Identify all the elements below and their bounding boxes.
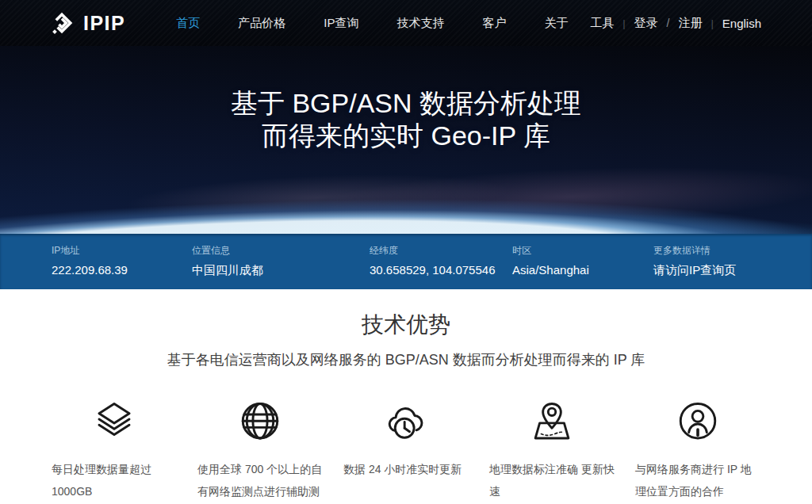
info-label: 位置信息: [192, 244, 370, 258]
language-link[interactable]: English: [722, 17, 761, 30]
timezone-value: Asia/Shanghai: [512, 263, 653, 277]
feature-caption: 使用全球 700 个以上的自有网络监测点进行辅助测量: [197, 458, 323, 504]
map-pin-icon: [489, 399, 615, 449]
nav-item-ip-lookup[interactable]: IP查询: [324, 16, 358, 31]
user-circle-icon: [635, 399, 760, 449]
feature-caption: 与网络服务商进行 IP 地理位置方面的合作: [635, 458, 760, 502]
section-subtitle: 基于各电信运营商以及网络服务的 BGP/ASN 数据而分析处理而得来的 IP 库: [0, 350, 812, 369]
feature-isp-cooperation: 与网络服务商进行 IP 地理位置方面的合作: [635, 399, 760, 504]
info-label: 经纬度: [370, 244, 512, 258]
ip-address-value: 222.209.68.39: [52, 263, 192, 277]
main-nav: 首页 产品价格 IP查询 技术支持 客户 关于: [157, 16, 587, 31]
feature-realtime-update: 数据 24 小时准实时更新: [343, 399, 469, 504]
info-col-timezone: 时区 Asia/Shanghai: [512, 244, 653, 289]
hero-banner: 基于 BGP/ASN 数据分析处理 而得来的实时 Geo-IP 库: [0, 46, 812, 234]
info-label: 更多数据详情: [653, 244, 736, 258]
ip-query-page-link[interactable]: 请访问IP查询页: [653, 263, 736, 278]
feature-caption: 数据 24 小时准实时更新: [343, 458, 469, 480]
feature-daily-volume: 每日处理数据量超过 1000GB: [52, 399, 177, 504]
top-navbar: IPIP 首页 产品价格 IP查询 技术支持 客户 关于 工具 | 登录 / 注…: [0, 0, 812, 46]
hero-title-line1: 基于 BGP/ASN 数据分析处理: [0, 87, 812, 120]
nav-item-customers[interactable]: 客户: [482, 16, 506, 31]
feature-caption: 地理数据标注准确 更新快速: [489, 458, 615, 502]
info-col-more: 更多数据详情 请访问IP查询页: [653, 244, 736, 289]
ipip-knot-icon: [48, 9, 76, 37]
coordinates-value: 30.658529, 104.075546: [370, 263, 512, 277]
nav-right-group: 工具 | 登录 / 注册 | English: [590, 16, 761, 31]
brand-name: IPIP: [83, 12, 125, 35]
separator: |: [622, 17, 625, 29]
layers-icon: [52, 399, 177, 449]
hero-title: 基于 BGP/ASN 数据分析处理 而得来的实时 Geo-IP 库: [0, 46, 812, 152]
feature-accurate-geodata: 地理数据标注准确 更新快速: [489, 399, 615, 504]
separator: |: [710, 17, 713, 29]
globe-icon: [197, 399, 323, 449]
cloud-clock-icon: [343, 399, 469, 449]
info-col-ip: IP地址 222.209.68.39: [52, 244, 192, 289]
ipip-logo[interactable]: IPIP: [48, 9, 125, 37]
ip-info-bar: IP地址 222.209.68.39 位置信息 中国四川成都 经纬度 30.65…: [0, 234, 812, 289]
tech-advantages-section: 技术优势 基于各电信运营商以及网络服务的 BGP/ASN 数据而分析处理而得来的…: [0, 310, 812, 504]
nav-item-pricing[interactable]: 产品价格: [238, 16, 285, 31]
login-link[interactable]: 登录: [634, 16, 658, 31]
feature-list: 每日处理数据量超过 1000GB 使用全球 700 个以上的自有网络监测点进行辅…: [52, 399, 760, 504]
nav-item-support[interactable]: 技术支持: [396, 16, 444, 31]
info-label: IP地址: [52, 244, 192, 258]
feature-caption: 每日处理数据量超过 1000GB: [52, 458, 177, 502]
hero-title-line2: 而得来的实时 Geo-IP 库: [0, 120, 812, 152]
separator-slash: /: [667, 17, 670, 29]
feature-global-probes: 使用全球 700 个以上的自有网络监测点进行辅助测量: [197, 399, 323, 504]
location-value: 中国四川成都: [192, 263, 370, 278]
tools-link[interactable]: 工具: [590, 16, 614, 31]
register-link[interactable]: 注册: [678, 16, 702, 31]
info-col-location: 位置信息 中国四川成都: [192, 244, 370, 289]
info-label: 时区: [512, 244, 653, 258]
info-col-coordinates: 经纬度 30.658529, 104.075546: [370, 244, 512, 289]
nav-item-about[interactable]: 关于: [544, 16, 568, 31]
section-title: 技术优势: [0, 310, 812, 340]
nav-item-home[interactable]: 首页: [176, 16, 200, 31]
